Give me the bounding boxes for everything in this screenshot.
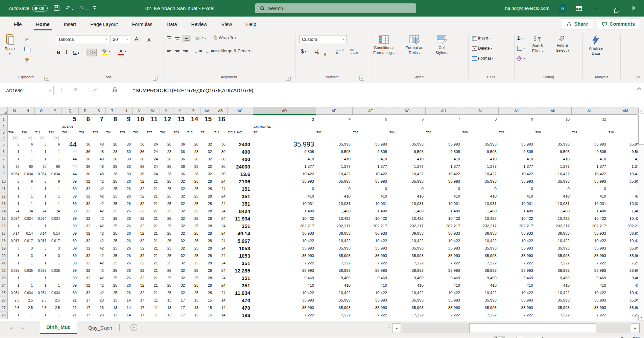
increase-indent-button[interactable]: → — [206, 49, 214, 54]
cell[interactable]: 3 — [7, 252, 21, 259]
cell[interactable]: 410 — [352, 155, 389, 163]
cell[interactable]: 25 — [160, 282, 173, 289]
cell[interactable]: 10,422 — [425, 289, 462, 296]
cell[interactable]: 25 — [105, 192, 119, 200]
cell[interactable] — [34, 124, 48, 129]
cell[interactable] — [146, 135, 160, 140]
cell[interactable]: 1,480 — [316, 207, 352, 215]
cell[interactable]: 24 — [214, 192, 227, 200]
cell[interactable]: 7,222 — [535, 259, 571, 267]
cell[interactable]: 410 — [316, 155, 352, 163]
cell[interactable]: 13 — [105, 296, 119, 304]
cell[interactable]: 39 — [62, 200, 78, 207]
cell[interactable]: 13 — [105, 304, 119, 311]
cell[interactable]: 10,422 — [535, 289, 571, 296]
cell[interactable]: 23 — [92, 304, 105, 311]
cell[interactable]: 25 — [187, 230, 200, 237]
cell[interactable]: 15 — [200, 114, 214, 124]
cell[interactable]: T11 — [200, 129, 214, 135]
cell[interactable] — [160, 135, 173, 140]
cell[interactable]: 1 — [21, 185, 34, 192]
cell[interactable]: 28 — [200, 267, 214, 274]
cell[interactable] — [21, 114, 34, 124]
cell[interactable]: 44 — [62, 155, 78, 163]
cell[interactable]: 35,993 — [425, 252, 462, 259]
cell[interactable]: 28 — [105, 155, 119, 163]
cell[interactable]: 44 — [62, 140, 78, 148]
cell[interactable]: 28 — [105, 170, 119, 178]
cell[interactable]: 32 — [78, 237, 92, 244]
orientation-button[interactable]: ab↗▾ — [195, 36, 206, 41]
number-format-combo[interactable]: Custom▾ — [300, 35, 347, 43]
cell[interactable]: 13 — [160, 304, 173, 311]
cell[interactable]: 0.034 — [21, 215, 34, 222]
cell[interactable] — [48, 114, 62, 124]
cell[interactable]: 32 — [200, 170, 214, 178]
cell[interactable]: 32 — [133, 178, 146, 185]
cell[interactable]: 0.034 — [21, 170, 34, 178]
cell[interactable]: 10,422 — [389, 215, 425, 222]
cell[interactable]: 28 — [200, 178, 214, 185]
paste-button[interactable]: Paste▾ — [5, 34, 15, 56]
cell[interactable]: 1,480 — [389, 207, 425, 215]
cell[interactable]: 10,031 — [425, 200, 462, 207]
cell[interactable]: 4 — [316, 114, 352, 124]
cell[interactable]: 35,993 — [425, 140, 462, 148]
row-header-26[interactable]: 26 — [0, 296, 7, 304]
cell[interactable]: 36,933 — [389, 230, 425, 237]
cell[interactable]: 36 — [173, 155, 187, 163]
enter-button[interactable]: ✓ — [93, 86, 98, 93]
cell[interactable]: 25 — [187, 192, 200, 200]
cell[interactable]: 2.5 — [21, 304, 34, 311]
cell[interactable]: 32 — [133, 200, 146, 207]
cell[interactable]: 25 — [105, 200, 119, 207]
sheet-nav-prev-icon[interactable]: ◂ — [10, 326, 12, 330]
row-header-17[interactable]: 17 — [0, 230, 7, 237]
cell[interactable]: 25 — [187, 207, 200, 215]
cell[interactable]: 25 — [160, 274, 173, 282]
cell[interactable]: 1053 — [227, 252, 253, 259]
row-header-11[interactable]: 11 — [0, 185, 7, 192]
cell[interactable]: 24 — [214, 230, 227, 237]
cell[interactable]: 36,933 — [425, 230, 462, 237]
cell[interactable]: 6 — [7, 178, 21, 185]
horizontal-scroll-thumb[interactable] — [469, 323, 596, 333]
cell[interactable]: 36 — [173, 163, 187, 170]
cell[interactable]: 2.5 — [7, 304, 21, 311]
cell[interactable]: 24 — [214, 267, 227, 274]
column-header-S[interactable]: S — [92, 107, 105, 114]
column-header-P[interactable]: P — [48, 107, 62, 114]
cell[interactable]: 24000 — [227, 163, 253, 170]
cell[interactable]: 32 — [78, 282, 92, 289]
cell[interactable]: 1 — [34, 200, 48, 207]
cell[interactable] — [133, 135, 146, 140]
cell[interactable]: 351 — [227, 192, 253, 200]
cell[interactable]: 0.035 — [48, 267, 62, 274]
filter-dropdown-icon[interactable]: ▾ — [54, 136, 58, 140]
cell[interactable]: 202,217 — [535, 222, 571, 230]
select-all-corner[interactable] — [0, 107, 7, 114]
column-header-AI[interactable]: AI — [462, 107, 498, 114]
cell[interactable]: 48 — [92, 155, 105, 163]
cell[interactable]: 32 — [173, 207, 187, 215]
font-dialog-launcher-icon[interactable]: ↘ — [153, 76, 158, 81]
cell[interactable]: 32 — [133, 215, 146, 222]
cell[interactable]: 28 — [200, 244, 214, 252]
cell[interactable]: 1 — [34, 311, 48, 319]
cell[interactable] — [227, 135, 253, 140]
cell[interactable]: 1 — [34, 155, 48, 163]
cell[interactable]: 28 — [200, 282, 214, 289]
cell[interactable]: 10,422 — [352, 170, 389, 178]
cell[interactable]: 25 — [105, 274, 119, 282]
cell[interactable]: 25 — [187, 259, 200, 267]
cell[interactable]: 28 — [187, 155, 200, 163]
cell[interactable]: 410 — [608, 155, 638, 163]
cell[interactable]: 39 — [62, 274, 78, 282]
cell[interactable]: SL BAN — [62, 124, 78, 129]
cell[interactable]: 24 — [214, 222, 227, 230]
column-header-X[interactable]: X — [160, 107, 173, 114]
cell[interactable] — [7, 124, 21, 129]
row-header-28[interactable]: 28 — [0, 311, 7, 319]
cell[interactable]: 25 — [160, 230, 173, 237]
cell[interactable]: 0.034 — [34, 215, 48, 222]
